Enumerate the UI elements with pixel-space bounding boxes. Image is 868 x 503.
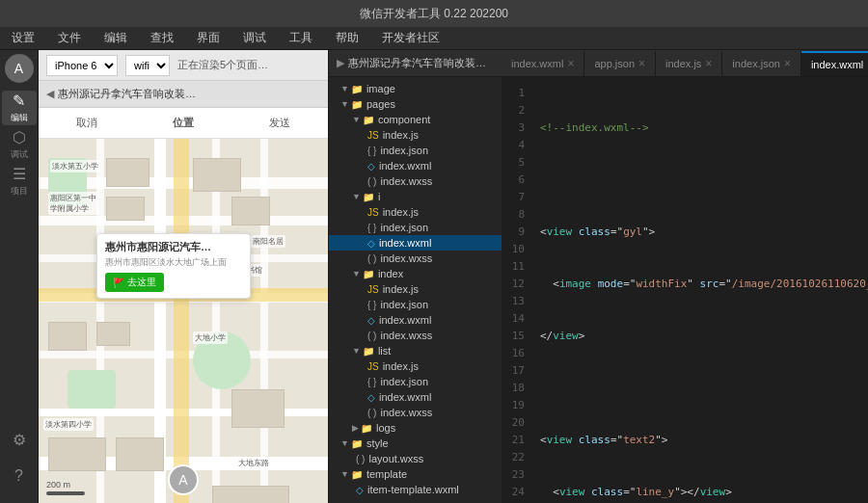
tree-file-list-json[interactable]: { } index.json [329, 374, 502, 389]
tab-index-wxml-active[interactable]: index.wxml × [801, 51, 868, 76]
tree-arrow-icon: ▶ [352, 423, 359, 433]
tree-file-index-js[interactable]: JS index.js [329, 281, 502, 297]
folder-icon: 📁 [363, 192, 374, 202]
page-title: 惠州源记丹拿汽车音响改装… [58, 87, 320, 101]
sidebar-item-editor[interactable]: ✎ 编辑 [2, 91, 37, 125]
tab-index-json[interactable]: index.json × [722, 51, 801, 76]
tree-file-index-wxss[interactable]: ( ) index.wxss [329, 328, 502, 343]
tab-close-icon[interactable]: × [567, 57, 574, 70]
folder-icon: 📁 [363, 269, 374, 279]
main-road-v [174, 139, 189, 503]
menu-help[interactable]: 帮助 [332, 28, 363, 48]
location-btn[interactable]: 位置 [165, 112, 202, 134]
send-btn[interactable]: 发送 [261, 112, 298, 134]
map-label-1: 淡水第五小学 [50, 160, 100, 172]
title-text: 微信开发者工具 0.22 202200 [360, 6, 508, 22]
sidebar-item-settings[interactable]: ⚙ [2, 422, 37, 457]
tab-index-wxml-1[interactable]: index.wxml × [502, 51, 584, 76]
location-me-button[interactable]: A [168, 464, 199, 495]
tab-app-json[interactable]: app.json × [584, 51, 656, 76]
tree-file-i-wxml[interactable]: ◇ index.wxml [329, 235, 502, 251]
sidebar-item-project[interactable]: ☰ 项目 [2, 164, 37, 199]
tree-item-label: index.wxss [380, 330, 432, 341]
tree-folder-i[interactable]: ▼ 📁 i [329, 189, 502, 204]
editor-panel: index.wxml × app.json × index.js × index… [502, 50, 868, 503]
tree-item-label: index.json [380, 145, 428, 156]
tree-folder-pages[interactable]: ▼ 📁 pages [329, 96, 502, 112]
navigate-button[interactable]: 🚩 去这里 [105, 273, 164, 292]
settings-icon: ⚙ [13, 431, 26, 449]
tree-file-item-template[interactable]: ◇ item-template.wxml [329, 482, 502, 497]
tree-item-label: style [366, 437, 389, 449]
menu-find[interactable]: 查找 [147, 28, 177, 48]
js-file-icon: JS [367, 130, 379, 141]
preview-content: 淡水第五小学 惠阳区第一中学附属小学 惠阳大厦 铁路图书馆 大地小学 淡水第四小… [39, 108, 328, 503]
tab-index-js[interactable]: index.js × [656, 51, 722, 76]
tree-file-i-js[interactable]: JS index.js [329, 204, 502, 220]
scale-text: 200 m [46, 480, 85, 490]
page-title-bar: ◀ 惠州源记丹拿汽车音响改装… [39, 81, 328, 108]
editor-tabs: index.wxml × app.json × index.js × index… [502, 50, 868, 77]
menu-debug[interactable]: 调试 [239, 28, 270, 48]
tab-close-icon[interactable]: × [784, 57, 791, 70]
building-4 [231, 197, 270, 225]
tree-item-label: index.js [383, 360, 419, 372]
cancel-btn[interactable]: 取消 [68, 112, 105, 134]
menu-tools[interactable]: 工具 [285, 28, 316, 48]
tree-item-label: index.wxss [380, 407, 432, 418]
tree-folder-style[interactable]: ▼ 📁 style [329, 436, 502, 451]
sidebar-bottom: ⚙ ? [2, 422, 37, 495]
building-6 [96, 322, 130, 346]
tree-file-component-wxml[interactable]: ◇ index.wxml [329, 158, 502, 173]
tree-arrow-icon: ▼ [340, 438, 349, 448]
sidebar-item-help[interactable]: ? [2, 459, 37, 493]
tree-folder-list[interactable]: ▼ 📁 list [329, 343, 502, 358]
sidebar-item-debug[interactable]: ⬡ 调试 [2, 127, 37, 162]
tree-item-label: component [378, 114, 430, 125]
tree-file-component-js[interactable]: JS index.js [329, 127, 502, 143]
tree-file-i-json[interactable]: { } index.json [329, 220, 502, 235]
menu-file[interactable]: 文件 [54, 28, 85, 48]
folder-icon: 📁 [351, 469, 363, 480]
main-layout: A ✎ 编辑 ⬡ 调试 ☰ 项目 ⚙ ? iPhone 6 [0, 50, 868, 503]
menu-edit[interactable]: 编辑 [100, 28, 131, 48]
tree-item-label: pages [366, 98, 395, 110]
tree-file-i-wxss[interactable]: ( ) index.wxss [329, 251, 502, 266]
tree-folder-logs[interactable]: ▶ 📁 logs [329, 420, 502, 436]
phone-header: 取消 位置 发送 [39, 108, 328, 139]
chevron-right-icon: ▶ [337, 57, 344, 69]
file-tree-content[interactable]: ▼ 📁 image ▼ 📁 pages ▼ 📁 component JS [329, 77, 502, 503]
wxml-file-icon: ◇ [367, 161, 375, 172]
map-scale: 200 m [46, 480, 85, 495]
map-area[interactable]: 淡水第五小学 惠阳区第一中学附属小学 惠阳大厦 铁路图书馆 大地小学 淡水第四小… [39, 108, 328, 503]
menu-community[interactable]: 开发者社区 [378, 28, 444, 48]
building-7 [231, 389, 285, 428]
wifi-selector[interactable]: wifi [125, 55, 170, 76]
tree-file-layout-wxss[interactable]: ( ) layout.wxss [329, 451, 502, 466]
tree-file-index-wxml[interactable]: ◇ index.wxml [329, 312, 502, 328]
menu-settings[interactable]: 设置 [8, 28, 39, 48]
code-editor[interactable]: <!--index.wxml--> <view class="gyl"> <im… [532, 77, 868, 503]
tab-close-icon[interactable]: × [705, 57, 712, 70]
tree-arrow-icon: ▼ [340, 84, 349, 93]
tree-folder-image[interactable]: ▼ 📁 image [329, 81, 502, 96]
tree-file-list-wxml[interactable]: ◇ index.wxml [329, 389, 502, 405]
tree-file-index-json[interactable]: { } index.json [329, 297, 502, 312]
tree-folder-index[interactable]: ▼ 📁 index [329, 266, 502, 281]
tree-folder-template[interactable]: ▼ 📁 template [329, 466, 502, 482]
map-label-2: 惠阳区第一中学附属小学 [48, 192, 98, 215]
device-selector[interactable]: iPhone 6 [46, 55, 118, 76]
user-avatar[interactable]: A [5, 54, 34, 83]
editor-content[interactable]: 1 2 3 4 5 6 7 8 9 10 11 12 13 14 15 16 1… [502, 77, 868, 503]
menu-ui[interactable]: 界面 [193, 28, 224, 48]
tree-folder-component[interactable]: ▼ 📁 component [329, 112, 502, 127]
tree-item-label: index.json [380, 376, 428, 387]
tree-file-list-wxss[interactable]: ( ) index.wxss [329, 405, 502, 420]
tree-file-component-wxss[interactable]: ( ) index.wxss [329, 173, 502, 189]
tab-close-icon[interactable]: × [638, 57, 645, 70]
wxss-file-icon: ( ) [367, 176, 376, 187]
tree-file-list-js[interactable]: JS index.js [329, 358, 502, 374]
tab-label: index.wxml [811, 59, 863, 70]
js-file-icon: JS [367, 361, 379, 372]
tree-file-component-json[interactable]: { } index.json [329, 143, 502, 158]
